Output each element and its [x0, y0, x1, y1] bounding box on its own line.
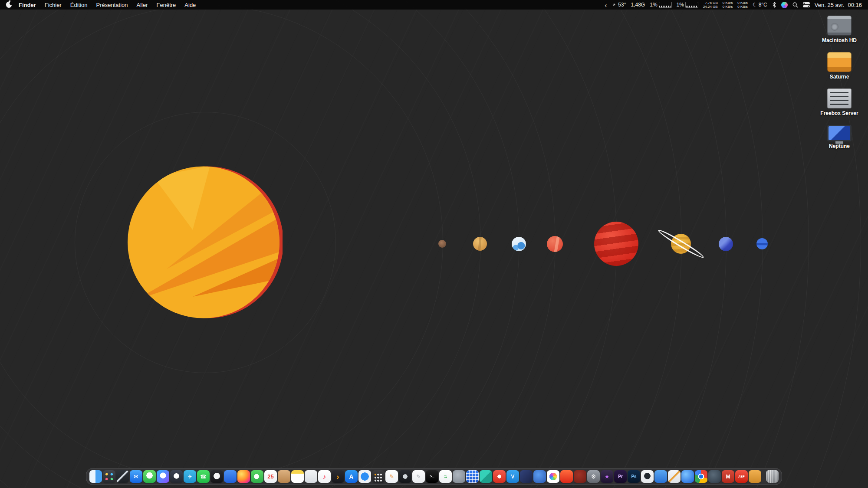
activity-monitor-glyph: ≈ — [444, 474, 447, 479]
menu-item-fichier[interactable]: Fichier — [40, 2, 66, 8]
dock-app-launchpad[interactable] — [103, 470, 115, 483]
dock-app-textedit[interactable]: ✎ — [412, 470, 425, 483]
dock-app-messenger[interactable] — [157, 470, 169, 483]
hidden-items-chevron[interactable]: ‹ — [605, 1, 607, 9]
dock-app-calendar[interactable]: 25 — [264, 470, 277, 483]
dock-app-chrome[interactable] — [695, 470, 707, 483]
net2-down-value: 0 KB/s — [737, 5, 748, 9]
menu-item-fenêtre[interactable]: Fenêtre — [152, 2, 181, 8]
dock-app-mail[interactable]: ✉ — [130, 470, 142, 483]
desktop-icon-display[interactable]: Neptune — [813, 125, 865, 149]
fan-temp-status[interactable]: 53° — [612, 2, 626, 8]
weather-value: 8°C — [759, 2, 767, 8]
dock-app-pages[interactable]: ✎ — [385, 470, 398, 483]
net2-up-value: 0 KB/s — [737, 1, 748, 5]
menu-item-présentation[interactable]: Présentation — [92, 2, 132, 8]
menu-item-finder[interactable]: Finder — [14, 2, 40, 8]
network-status-1[interactable]: 0 KB/s 0 KB/s — [723, 1, 733, 9]
desktop-icon-label: Macintosh HD — [822, 37, 857, 43]
dock-app-brush-app[interactable] — [668, 470, 681, 483]
dock-app-notes[interactable] — [291, 470, 304, 483]
dock-app-orange-drive[interactable] — [749, 470, 761, 483]
clock-time: 00:16 — [848, 2, 862, 8]
menu-items: FinderFichierÉditionPrésentationAllerFen… — [14, 2, 200, 8]
net1-down-value: 0 KB/s — [723, 5, 733, 9]
gpu-status[interactable]: 1% — [677, 2, 698, 8]
dock-app-teal-box[interactable] — [480, 470, 492, 483]
dock-app-activity-monitor[interactable]: ≈ — [439, 470, 452, 483]
cpu-status[interactable]: 1% — [650, 2, 671, 8]
bluetooth-status[interactable] — [772, 2, 776, 8]
moon-icon: ☾ — [753, 2, 757, 8]
dock-app-pencil-dark[interactable] — [116, 470, 129, 483]
dock-app-dark-red-app[interactable] — [574, 470, 586, 483]
desktop: Macintosh HDSaturneFreebox ServerNeptune… — [0, 0, 868, 488]
dock-app-photos[interactable] — [547, 470, 559, 483]
dock-app-navy-app[interactable] — [520, 470, 533, 483]
weather-status[interactable]: ☾ 8°C — [753, 2, 767, 8]
dock-app-blue-app[interactable] — [224, 470, 237, 483]
desktop-icons: Macintosh HDSaturneFreebox ServerNeptune — [813, 16, 865, 149]
disk-status[interactable]: 7,75 GB 24,24 GB — [703, 1, 718, 9]
desktop-icon-server[interactable]: Freebox Server — [813, 88, 865, 116]
dock-app-red-m[interactable]: M — [722, 470, 734, 483]
dock-app-gray-app[interactable] — [453, 470, 465, 483]
dock-app-steam-gray[interactable] — [708, 470, 721, 483]
external-drive-orange-icon — [827, 52, 852, 72]
apple-menu-icon[interactable] — [6, 2, 12, 8]
dock-app-photoshop[interactable]: Ps — [628, 470, 640, 483]
desktop-icon-label: Saturne — [830, 74, 849, 80]
dock-app-blue-globe[interactable] — [681, 470, 694, 483]
premiere-glyph: Pr — [618, 475, 623, 479]
clock-date: Ven. 25 avr. — [815, 2, 845, 8]
dock-app-quicktime[interactable] — [399, 470, 411, 483]
dock-app-trash[interactable] — [766, 470, 779, 483]
menu-item-édition[interactable]: Édition — [66, 2, 92, 8]
spotlight-status[interactable] — [792, 2, 798, 8]
dock-app-github[interactable] — [641, 470, 654, 483]
desktop-icon-external-drive-orange[interactable]: Saturne — [813, 52, 865, 80]
planets — [0, 0, 868, 488]
dock-app-red-round[interactable] — [493, 470, 506, 483]
control-center-status[interactable] — [803, 2, 810, 7]
memory-status[interactable]: 1,48G — [631, 2, 645, 8]
desktop-icon-internal-drive[interactable]: Macintosh HD — [813, 16, 865, 43]
photoshop-glyph: Ps — [631, 475, 636, 479]
dock-app-display-blue[interactable] — [533, 470, 546, 483]
dock-app-facetime[interactable] — [251, 470, 263, 483]
dock-app-app-store[interactable]: A — [345, 470, 358, 483]
dock-app-adblock[interactable]: ABP — [735, 470, 748, 483]
dock-app-settings[interactable]: ⚙ — [587, 470, 600, 483]
dock-app-v-blue[interactable]: V — [506, 470, 519, 483]
dock-app-arrow-orange[interactable]: › — [332, 470, 344, 483]
dock-app-messages[interactable] — [143, 470, 156, 483]
dock-app-imovie[interactable]: ★ — [601, 470, 613, 483]
network-status-2[interactable]: 0 KB/s 0 KB/s — [737, 1, 748, 9]
menu-clock[interactable]: Ven. 25 avr. 00:16 — [815, 2, 862, 8]
dock-app-tan-app[interactable] — [278, 470, 290, 483]
gpu-value: 1% — [677, 2, 684, 8]
v-blue-glyph: V — [511, 474, 514, 479]
pages-glyph: ✎ — [389, 474, 394, 479]
dock-app-telegram[interactable]: ✈ — [184, 470, 196, 483]
dock-app-music[interactable]: ♪ — [318, 470, 331, 483]
dock-app-orange-red-app[interactable] — [560, 470, 573, 483]
menu-item-aide[interactable]: Aide — [180, 2, 200, 8]
cpu-value: 1% — [650, 2, 657, 8]
dock-app-firefox[interactable] — [237, 470, 250, 483]
dock-app-discord[interactable] — [170, 470, 183, 483]
app-store-glyph: A — [349, 474, 353, 480]
siri-icon[interactable] — [781, 2, 788, 8]
dock-app-finder[interactable] — [89, 470, 102, 483]
dock-app-snapchat[interactable] — [210, 470, 223, 483]
dock-app-safari[interactable] — [358, 470, 371, 483]
dock-app-terminal[interactable]: >_ — [426, 470, 438, 483]
dock-app-premiere[interactable]: Pr — [614, 470, 627, 483]
dock-app-calculator[interactable] — [372, 470, 385, 483]
dock-app-blue-folder[interactable] — [654, 470, 667, 483]
dock-app-files-light[interactable] — [305, 470, 317, 483]
dock-app-whatsapp[interactable]: ☎ — [197, 470, 210, 483]
settings-glyph: ⚙ — [591, 474, 596, 479]
menu-item-aller[interactable]: Aller — [132, 2, 152, 8]
dock-app-grid-blue[interactable] — [466, 470, 479, 483]
